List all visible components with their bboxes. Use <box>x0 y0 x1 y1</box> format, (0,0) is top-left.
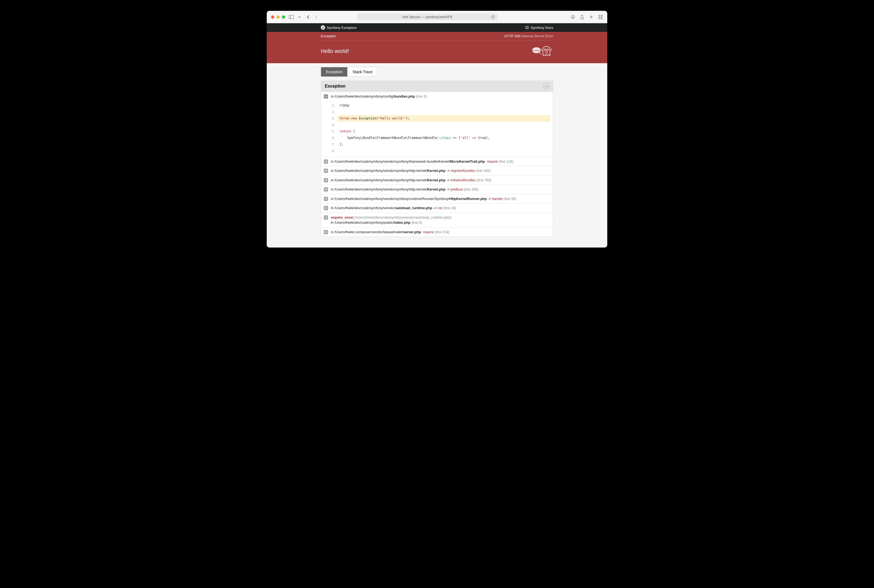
brand-text: Symfony Exception <box>327 26 357 30</box>
trace-location: in /Users/freek/dev/code/symfony/vendor/… <box>331 177 491 183</box>
trace-item: +in /Users/freek/.composer/vendor/larave… <box>321 228 553 237</box>
code-line: Symfony\Bundle\FrameworkBundle\Framework… <box>337 135 550 141</box>
code-line <box>337 147 550 154</box>
expand-button[interactable]: + <box>324 178 328 182</box>
code-line: <?php <box>337 102 550 109</box>
minimize-window-button[interactable] <box>276 15 280 19</box>
chevron-down-icon[interactable] <box>297 15 302 20</box>
symfony-logo-icon: sf <box>321 26 325 30</box>
main-content: ExceptionStack Trace Exception − in /Use… <box>321 63 553 248</box>
expand-button[interactable]: + <box>324 230 328 234</box>
browser-toolbar: Not Secure — symfony.test/#F9 <box>267 11 607 23</box>
page-body: sf Symfony Exception Symfony Docs Except… <box>267 23 607 248</box>
trace-item: +in /Users/freek/dev/code/symfony/vendor… <box>321 185 553 194</box>
trace-item-expanded: − in /Users/freek/dev/code/symfony/confi… <box>321 92 553 157</box>
svg-point-11 <box>545 50 546 50</box>
browser-window: Not Secure — symfony.test/#F9 sf <box>267 11 607 248</box>
trace-location: in /Users/freek/dev/code/symfony/vendor/… <box>331 196 516 202</box>
window-controls <box>271 15 285 19</box>
address-bar[interactable]: Not Secure — symfony.test/#F9 <box>357 14 498 20</box>
svg-rect-3 <box>599 15 600 16</box>
code-line: ]; <box>337 141 550 147</box>
panel-title: Exception <box>325 84 345 88</box>
book-icon <box>525 26 529 30</box>
http-status: HTTP 500 Internal Server Error <box>505 34 553 38</box>
trace-item: +in /Users/freek/dev/code/symfony/vendor… <box>321 176 553 185</box>
trace-item: +in /Users/freek/dev/code/symfony/vendor… <box>321 166 553 176</box>
tabs-overview-icon[interactable] <box>598 15 603 20</box>
code-line <box>337 122 550 128</box>
trace-item: +require_once('/Users/freek/dev/code/sym… <box>321 213 553 228</box>
expand-button[interactable]: + <box>324 187 328 192</box>
reload-icon[interactable] <box>491 15 495 19</box>
svg-rect-4 <box>601 15 603 16</box>
svg-point-13 <box>546 51 547 54</box>
ghost-illustration: Exception! <box>529 44 553 58</box>
symfony-brand: sf Symfony Exception <box>321 26 357 30</box>
collapse-button[interactable]: − <box>324 94 328 99</box>
code-snippet: <?php throw new Exception("Hello world!"… <box>321 101 553 157</box>
trace-item: +in /Users/freek/dev/code/symfony/vendor… <box>321 194 553 204</box>
code-line <box>337 109 550 115</box>
svg-text:Exception!: Exception! <box>532 50 541 52</box>
share-icon[interactable] <box>580 15 585 20</box>
expand-button[interactable]: + <box>324 215 328 220</box>
svg-rect-0 <box>289 15 294 19</box>
code-line: throw new Exception("Hello world!"); <box>337 115 550 122</box>
tab-exception[interactable]: Exception <box>321 67 348 76</box>
trace-location: in /Users/freek/dev/code/symfony/config/… <box>331 94 427 99</box>
maximize-window-button[interactable] <box>282 15 285 19</box>
tab-stack-trace[interactable]: Stack Trace <box>348 67 377 76</box>
expand-button[interactable]: + <box>324 169 328 173</box>
svg-point-12 <box>547 50 548 50</box>
trace-item: +in /Users/freek/dev/code/symfony/vendor… <box>321 204 553 213</box>
collapse-all-button[interactable] <box>544 84 549 89</box>
error-header: Exception HTTP 500 Internal Server Error… <box>267 32 607 63</box>
forward-button[interactable] <box>314 15 319 20</box>
exception-class: Exception <box>321 34 336 38</box>
code-line: return [ <box>337 128 550 135</box>
sidebar-icon[interactable] <box>289 15 294 20</box>
exception-panel: Exception − in /Users/freek/dev/code/sym… <box>321 81 553 237</box>
expand-button[interactable]: + <box>324 197 328 201</box>
tabs: ExceptionStack Trace <box>321 67 378 77</box>
trace-item: +in /Users/freek/dev/code/symfony/vendor… <box>321 157 553 166</box>
new-tab-icon[interactable] <box>589 15 594 20</box>
svg-rect-6 <box>601 18 603 19</box>
back-button[interactable] <box>306 15 310 20</box>
trace-location: in /Users/freek/dev/code/symfony/vendor/… <box>331 187 478 192</box>
trace-location: in /Users/freek/dev/code/symfony/vendor/… <box>331 168 490 174</box>
panel-header: Exception <box>321 81 553 92</box>
trace-location: in /Users/freek/dev/code/symfony/vendor/… <box>331 206 456 211</box>
expand-button[interactable]: + <box>324 159 328 164</box>
svg-rect-5 <box>599 18 600 19</box>
docs-text: Symfony Docs <box>531 26 553 30</box>
trace-location: in /Users/freek/.composer/vendor/laravel… <box>331 230 450 235</box>
docs-link[interactable]: Symfony Docs <box>525 26 553 30</box>
trace-location: require_once('/Users/freek/dev/code/symf… <box>331 215 451 225</box>
trace-location: in /Users/freek/dev/code/symfony/vendor/… <box>331 159 513 164</box>
error-title: Hello world! <box>321 48 349 54</box>
close-window-button[interactable] <box>271 15 274 19</box>
symfony-topbar: sf Symfony Exception Symfony Docs <box>267 23 607 32</box>
downloads-icon[interactable] <box>571 15 576 20</box>
expand-button[interactable]: + <box>324 206 328 210</box>
address-text: Not Secure — symfony.test/#F9 <box>402 15 452 19</box>
